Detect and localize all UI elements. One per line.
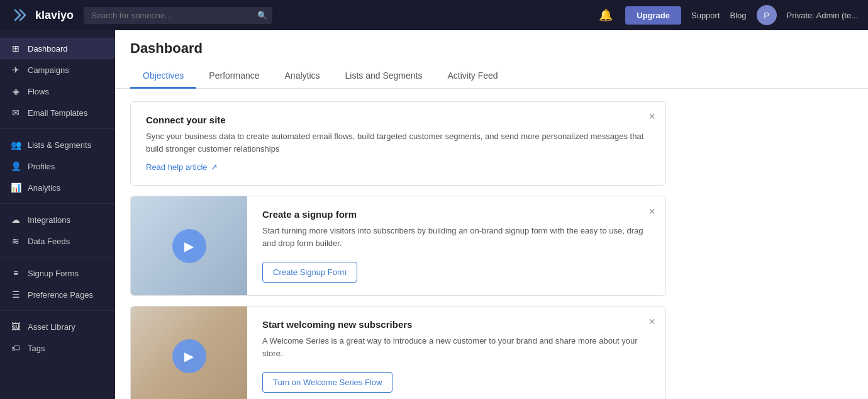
- sidebar-label-profiles: Profiles: [28, 162, 55, 171]
- logo[interactable]: klaviyo: [10, 5, 74, 25]
- asset-library-icon: 🖼: [10, 322, 21, 332]
- sidebar-label-tags: Tags: [28, 344, 45, 353]
- tab-lists-segments[interactable]: Lists and Segments: [333, 64, 435, 89]
- upgrade-button[interactable]: Upgrade: [625, 6, 681, 25]
- connect-site-description: Sync your business data to create automa…: [146, 130, 650, 155]
- connect-site-title: Connect your site: [146, 115, 650, 125]
- tab-analytics[interactable]: Analytics: [272, 64, 333, 89]
- main-layout: ⊞ Dashboard ✈ Campaigns ◈ Flows ✉ Email …: [0, 30, 868, 399]
- welcome-play-button[interactable]: ▶: [172, 339, 206, 373]
- tags-icon: 🏷: [10, 343, 21, 353]
- lists-icon: 👥: [10, 140, 21, 150]
- preference-pages-icon: ☰: [10, 289, 21, 300]
- analytics-icon: 📊: [10, 183, 21, 193]
- search-icon: 🔍: [257, 11, 267, 20]
- sidebar-label-data-feeds: Data Feeds: [28, 237, 70, 246]
- sidebar-item-dashboard[interactable]: ⊞ Dashboard: [0, 38, 115, 59]
- content-area: × Connect your site Sync your business d…: [115, 89, 681, 399]
- connect-site-card: × Connect your site Sync your business d…: [130, 101, 666, 186]
- sidebar-divider-3: [0, 257, 115, 257]
- user-label: Private: Admin (te...: [787, 11, 858, 20]
- sidebar-divider-2: [0, 203, 115, 204]
- support-link[interactable]: Support: [691, 11, 720, 20]
- sidebar-label-analytics: Analytics: [28, 183, 60, 193]
- flows-icon: ◈: [10, 86, 21, 96]
- integrations-icon: ☁: [10, 215, 21, 225]
- sidebar-item-flows[interactable]: ◈ Flows: [0, 81, 115, 102]
- search-box[interactable]: 🔍: [84, 7, 272, 24]
- profiles-icon: 👤: [10, 161, 21, 171]
- dashboard-icon: ⊞: [10, 43, 21, 53]
- page-header: Dashboard Objectives Performance Analyti…: [115, 30, 868, 89]
- signup-form-card: ▶ × Create a signup form Start turning m…: [130, 196, 666, 296]
- sidebar-item-tags[interactable]: 🏷 Tags: [0, 337, 115, 359]
- welcome-subscribers-card: ▶ × Start welcoming new subscribers A We…: [130, 306, 666, 399]
- sidebar-item-data-feeds[interactable]: ≋ Data Feeds: [0, 230, 115, 252]
- sidebar-label-lists-segments: Lists & Segments: [28, 140, 91, 150]
- sidebar: ⊞ Dashboard ✈ Campaigns ◈ Flows ✉ Email …: [0, 30, 115, 399]
- welcome-body: × Start welcoming new subscribers A Welc…: [247, 306, 665, 399]
- signup-forms-icon: ≡: [10, 268, 21, 278]
- tab-activity-feed[interactable]: Activity Feed: [435, 64, 511, 89]
- email-templates-icon: ✉: [10, 108, 21, 118]
- topnav-right: 🔔 Upgrade Support Blog P Private: Admin …: [596, 5, 858, 25]
- welcome-description: A Welcome Series is a great way to intro…: [262, 335, 650, 359]
- main-content: Dashboard Objectives Performance Analyti…: [115, 30, 868, 399]
- sidebar-item-campaigns[interactable]: ✈ Campaigns: [0, 59, 115, 81]
- sidebar-label-asset-library: Asset Library: [28, 322, 75, 332]
- sidebar-item-profiles[interactable]: 👤 Profiles: [0, 155, 115, 177]
- external-link-icon: ↗: [211, 162, 218, 172]
- signup-form-description: Start turning more visitors into subscri…: [262, 225, 650, 249]
- sidebar-item-preference-pages[interactable]: ☰ Preference Pages: [0, 284, 115, 305]
- sidebar-label-flows: Flows: [28, 87, 49, 96]
- signup-form-title: Create a signup form: [262, 209, 650, 220]
- article-link-text: Read help article: [146, 162, 208, 172]
- welcome-thumbnail: ▶: [131, 306, 247, 399]
- sidebar-label-signup-forms: Signup Forms: [28, 269, 79, 278]
- sidebar-divider-1: [0, 128, 115, 129]
- signup-form-body: × Create a signup form Start turning mor…: [247, 196, 665, 295]
- turn-on-welcome-series-button[interactable]: Turn on Welcome Series Flow: [262, 372, 392, 393]
- sidebar-item-analytics[interactable]: 📊 Analytics: [0, 177, 115, 198]
- sidebar-item-asset-library[interactable]: 🖼 Asset Library: [0, 316, 115, 337]
- data-feeds-icon: ≋: [10, 236, 21, 246]
- connect-site-close-button[interactable]: ×: [648, 111, 655, 122]
- create-signup-form-button[interactable]: Create Signup Form: [262, 262, 357, 283]
- sidebar-label-preference-pages: Preference Pages: [28, 290, 93, 300]
- sidebar-item-integrations[interactable]: ☁ Integrations: [0, 209, 115, 230]
- tab-bar: Objectives Performance Analytics Lists a…: [130, 64, 853, 88]
- sidebar-divider-4: [0, 310, 115, 311]
- page-title: Dashboard: [130, 40, 853, 57]
- sidebar-label-integrations: Integrations: [28, 215, 70, 225]
- read-help-article-link[interactable]: Read help article ↗: [146, 162, 218, 172]
- logo-text: klaviyo: [35, 9, 74, 22]
- top-navigation: klaviyo 🔍 🔔 Upgrade Support Blog P Priva…: [0, 0, 868, 30]
- sidebar-item-signup-forms[interactable]: ≡ Signup Forms: [0, 262, 115, 284]
- notifications-button[interactable]: 🔔: [596, 6, 615, 25]
- avatar: P: [757, 5, 777, 25]
- sidebar-item-lists-segments[interactable]: 👥 Lists & Segments: [0, 134, 115, 155]
- signup-form-play-button[interactable]: ▶: [172, 229, 206, 263]
- campaigns-icon: ✈: [10, 65, 21, 75]
- sidebar-label-dashboard: Dashboard: [28, 44, 68, 53]
- sidebar-label-campaigns: Campaigns: [28, 65, 69, 75]
- search-input[interactable]: [84, 7, 272, 24]
- tab-objectives[interactable]: Objectives: [130, 64, 196, 89]
- sidebar-item-email-templates[interactable]: ✉ Email Templates: [0, 102, 115, 123]
- sidebar-label-email-templates: Email Templates: [28, 108, 87, 118]
- welcome-close-button[interactable]: ×: [648, 315, 655, 329]
- signup-form-thumbnail: ▶: [131, 196, 247, 295]
- welcome-title: Start welcoming new subscribers: [262, 319, 650, 330]
- blog-link[interactable]: Blog: [730, 11, 747, 20]
- signup-form-close-button[interactable]: ×: [648, 205, 655, 218]
- tab-performance[interactable]: Performance: [196, 64, 272, 89]
